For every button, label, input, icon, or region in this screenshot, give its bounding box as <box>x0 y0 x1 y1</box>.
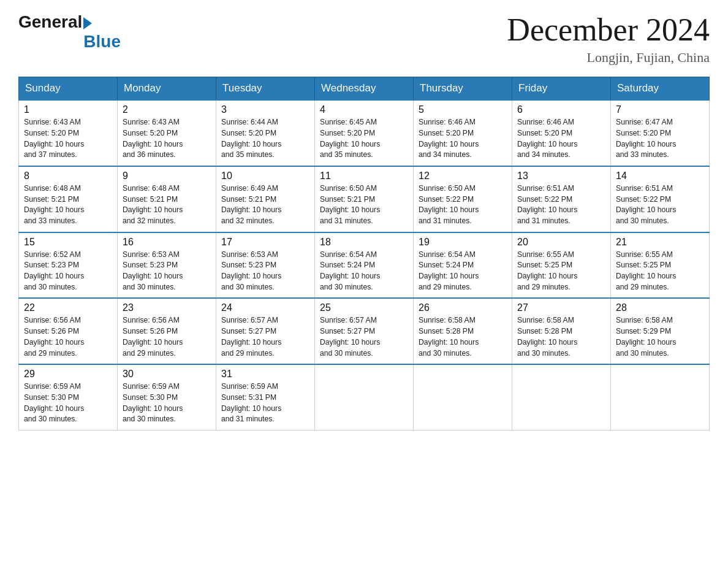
day-info: Sunrise: 6:44 AM Sunset: 5:20 PM Dayligh… <box>221 117 309 161</box>
day-number: 7 <box>616 104 704 115</box>
day-info: Sunrise: 6:59 AM Sunset: 5:30 PM Dayligh… <box>123 381 211 425</box>
calendar-day-cell: 12Sunrise: 6:50 AM Sunset: 5:22 PM Dayli… <box>414 166 512 232</box>
day-info: Sunrise: 6:54 AM Sunset: 5:24 PM Dayligh… <box>320 250 408 293</box>
day-number: 20 <box>517 237 605 248</box>
day-number: 6 <box>517 104 605 115</box>
calendar-day-cell <box>512 364 611 430</box>
day-info: Sunrise: 6:57 AM Sunset: 5:27 PM Dayligh… <box>320 315 408 359</box>
day-info: Sunrise: 6:56 AM Sunset: 5:26 PM Dayligh… <box>123 315 211 359</box>
day-number: 30 <box>123 369 211 380</box>
header-friday: Friday <box>512 77 611 101</box>
day-info: Sunrise: 6:46 AM Sunset: 5:20 PM Dayligh… <box>419 117 507 161</box>
day-info: Sunrise: 6:59 AM Sunset: 5:30 PM Dayligh… <box>24 381 112 425</box>
day-number: 19 <box>419 237 507 248</box>
day-number: 18 <box>320 237 408 248</box>
day-number: 14 <box>616 170 704 182</box>
calendar-day-cell: 20Sunrise: 6:55 AM Sunset: 5:25 PM Dayli… <box>512 232 611 299</box>
calendar-day-cell: 8Sunrise: 6:48 AM Sunset: 5:21 PM Daylig… <box>19 166 118 232</box>
day-info: Sunrise: 6:45 AM Sunset: 5:20 PM Dayligh… <box>320 117 408 161</box>
logo-blue-text: Blue <box>83 32 121 52</box>
calendar-day-cell: 21Sunrise: 6:55 AM Sunset: 5:25 PM Dayli… <box>611 232 710 299</box>
calendar-day-cell: 18Sunrise: 6:54 AM Sunset: 5:24 PM Dayli… <box>315 232 414 299</box>
calendar-day-cell: 28Sunrise: 6:58 AM Sunset: 5:29 PM Dayli… <box>611 298 710 364</box>
day-info: Sunrise: 6:53 AM Sunset: 5:23 PM Dayligh… <box>221 250 309 293</box>
day-info: Sunrise: 6:56 AM Sunset: 5:26 PM Dayligh… <box>24 315 112 359</box>
calendar-day-cell: 10Sunrise: 6:49 AM Sunset: 5:21 PM Dayli… <box>216 166 315 232</box>
logo-arrow-icon <box>83 17 92 29</box>
calendar-day-cell: 15Sunrise: 6:52 AM Sunset: 5:23 PM Dayli… <box>19 232 118 299</box>
day-number: 17 <box>221 237 309 248</box>
calendar-day-cell: 1Sunrise: 6:43 AM Sunset: 5:20 PM Daylig… <box>19 100 118 166</box>
day-info: Sunrise: 6:46 AM Sunset: 5:20 PM Dayligh… <box>517 117 605 161</box>
day-number: 15 <box>24 237 112 248</box>
day-number: 24 <box>221 302 309 313</box>
day-info: Sunrise: 6:43 AM Sunset: 5:20 PM Dayligh… <box>123 117 211 161</box>
header-sunday: Sunday <box>19 77 118 101</box>
header-monday: Monday <box>118 77 216 101</box>
calendar-day-cell: 19Sunrise: 6:54 AM Sunset: 5:24 PM Dayli… <box>414 232 512 299</box>
location: Longjin, Fujian, China <box>507 50 710 66</box>
day-info: Sunrise: 6:55 AM Sunset: 5:25 PM Dayligh… <box>616 250 704 293</box>
day-info: Sunrise: 6:54 AM Sunset: 5:24 PM Dayligh… <box>419 250 507 293</box>
day-info: Sunrise: 6:58 AM Sunset: 5:29 PM Dayligh… <box>616 315 704 359</box>
day-number: 16 <box>123 237 211 248</box>
calendar-day-cell: 7Sunrise: 6:47 AM Sunset: 5:20 PM Daylig… <box>611 100 710 166</box>
day-number: 23 <box>123 302 211 313</box>
header-wednesday: Wednesday <box>315 77 414 101</box>
day-info: Sunrise: 6:57 AM Sunset: 5:27 PM Dayligh… <box>221 315 309 359</box>
calendar-week-row: 22Sunrise: 6:56 AM Sunset: 5:26 PM Dayli… <box>19 298 710 364</box>
day-number: 8 <box>24 170 112 182</box>
calendar-day-cell: 30Sunrise: 6:59 AM Sunset: 5:30 PM Dayli… <box>118 364 216 430</box>
calendar-day-cell: 11Sunrise: 6:50 AM Sunset: 5:21 PM Dayli… <box>315 166 414 232</box>
day-number: 28 <box>616 302 704 313</box>
calendar-day-cell: 24Sunrise: 6:57 AM Sunset: 5:27 PM Dayli… <box>216 298 315 364</box>
header-saturday: Saturday <box>611 77 710 101</box>
day-number: 5 <box>419 104 507 115</box>
day-number: 4 <box>320 104 408 115</box>
day-info: Sunrise: 6:43 AM Sunset: 5:20 PM Dayligh… <box>24 117 112 161</box>
day-number: 1 <box>24 104 112 115</box>
calendar-day-cell: 26Sunrise: 6:58 AM Sunset: 5:28 PM Dayli… <box>414 298 512 364</box>
day-number: 9 <box>123 170 211 182</box>
calendar-day-cell: 25Sunrise: 6:57 AM Sunset: 5:27 PM Dayli… <box>315 298 414 364</box>
day-info: Sunrise: 6:53 AM Sunset: 5:23 PM Dayligh… <box>123 250 211 293</box>
day-info: Sunrise: 6:48 AM Sunset: 5:21 PM Dayligh… <box>24 183 112 227</box>
day-info: Sunrise: 6:51 AM Sunset: 5:22 PM Dayligh… <box>517 183 605 227</box>
calendar-week-row: 8Sunrise: 6:48 AM Sunset: 5:21 PM Daylig… <box>19 166 710 232</box>
calendar-week-row: 1Sunrise: 6:43 AM Sunset: 5:20 PM Daylig… <box>19 100 710 166</box>
calendar-day-cell <box>414 364 512 430</box>
day-info: Sunrise: 6:52 AM Sunset: 5:23 PM Dayligh… <box>24 250 112 293</box>
day-number: 29 <box>24 369 112 380</box>
calendar-day-cell: 3Sunrise: 6:44 AM Sunset: 5:20 PM Daylig… <box>216 100 315 166</box>
calendar-day-cell: 4Sunrise: 6:45 AM Sunset: 5:20 PM Daylig… <box>315 100 414 166</box>
calendar-table: SundayMondayTuesdayWednesdayThursdayFrid… <box>18 77 710 431</box>
day-info: Sunrise: 6:50 AM Sunset: 5:22 PM Dayligh… <box>419 183 507 227</box>
day-number: 13 <box>517 170 605 182</box>
day-info: Sunrise: 6:47 AM Sunset: 5:20 PM Dayligh… <box>616 117 704 161</box>
calendar-day-cell: 13Sunrise: 6:51 AM Sunset: 5:22 PM Dayli… <box>512 166 611 232</box>
calendar-day-cell: 17Sunrise: 6:53 AM Sunset: 5:23 PM Dayli… <box>216 232 315 299</box>
header-thursday: Thursday <box>414 77 512 101</box>
calendar-day-cell: 5Sunrise: 6:46 AM Sunset: 5:20 PM Daylig… <box>414 100 512 166</box>
header-tuesday: Tuesday <box>216 77 315 101</box>
calendar-day-cell: 29Sunrise: 6:59 AM Sunset: 5:30 PM Dayli… <box>19 364 118 430</box>
calendar-day-cell: 31Sunrise: 6:59 AM Sunset: 5:31 PM Dayli… <box>216 364 315 430</box>
calendar-week-row: 29Sunrise: 6:59 AM Sunset: 5:30 PM Dayli… <box>19 364 710 430</box>
day-number: 27 <box>517 302 605 313</box>
calendar-day-cell: 2Sunrise: 6:43 AM Sunset: 5:20 PM Daylig… <box>118 100 216 166</box>
month-title: December 2024 <box>507 12 710 47</box>
day-number: 25 <box>320 302 408 313</box>
day-info: Sunrise: 6:58 AM Sunset: 5:28 PM Dayligh… <box>419 315 507 359</box>
day-number: 22 <box>24 302 112 313</box>
day-number: 11 <box>320 170 408 182</box>
day-number: 21 <box>616 237 704 248</box>
calendar-day-cell <box>611 364 710 430</box>
calendar-week-row: 15Sunrise: 6:52 AM Sunset: 5:23 PM Dayli… <box>19 232 710 299</box>
calendar-day-cell: 22Sunrise: 6:56 AM Sunset: 5:26 PM Dayli… <box>19 298 118 364</box>
calendar-day-cell: 23Sunrise: 6:56 AM Sunset: 5:26 PM Dayli… <box>118 298 216 364</box>
logo: General General Blue <box>18 12 121 52</box>
day-number: 2 <box>123 104 211 115</box>
calendar-day-cell: 14Sunrise: 6:51 AM Sunset: 5:22 PM Dayli… <box>611 166 710 232</box>
calendar-header-row: SundayMondayTuesdayWednesdayThursdayFrid… <box>19 77 710 101</box>
calendar-day-cell: 16Sunrise: 6:53 AM Sunset: 5:23 PM Dayli… <box>118 232 216 299</box>
